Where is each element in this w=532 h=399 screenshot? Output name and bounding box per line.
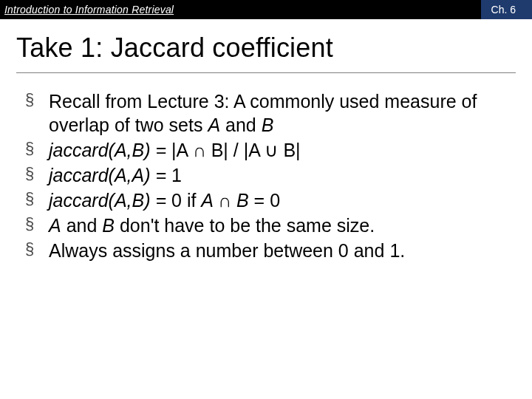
bullet-item: Recall from Lecture 3: A commonly used m… <box>25 89 513 137</box>
slide-body: Recall from Lecture 3: A commonly used m… <box>0 73 532 262</box>
set-B: B <box>262 115 274 135</box>
slide-header: Introduction to Information Retrieval Ch… <box>0 0 532 19</box>
value: 1 <box>166 165 182 185</box>
set-A: A <box>49 215 61 236</box>
text: Always assigns a number between 0 and 1. <box>49 240 405 261</box>
bullet-item: A and B don't have to be the same size. <box>25 214 513 237</box>
text: and <box>61 215 103 236</box>
jaccard-fn: jaccard(A,B) = <box>49 140 166 160</box>
bullet-item: jaccard(A,B) = 0 if A ∩ B = 0 <box>25 188 513 212</box>
bullet-list: Recall from Lecture 3: A commonly used m… <box>25 89 513 262</box>
jaccard-fn: jaccard(A,A) = <box>49 165 166 185</box>
formula: |A ∩ B| / |A ∪ B| <box>166 140 300 160</box>
set-B: B <box>102 215 115 236</box>
jaccard-fn: jaccard(A,B) = <box>49 190 166 211</box>
set-expr: A ∩ B <box>201 190 248 211</box>
bullet-item: Always assigns a number between 0 and 1. <box>25 239 513 262</box>
set-A: A <box>208 115 220 135</box>
text: don't have to be the same size. <box>115 215 375 236</box>
slide-title: Take 1: Jaccard coefficient <box>16 33 516 64</box>
bullet-item: jaccard(A,B) = |A ∩ B| / |A ∪ B| <box>25 138 513 162</box>
course-title: Introduction to Information Retrieval <box>0 4 174 16</box>
text: 0 if <box>166 190 201 211</box>
bullet-item: jaccard(A,A) = 1 <box>25 163 513 187</box>
title-area: Take 1: Jaccard coefficient <box>0 19 532 68</box>
text: and <box>220 115 262 135</box>
chapter-badge: Ch. 6 <box>481 0 532 19</box>
text: = 0 <box>249 190 280 211</box>
